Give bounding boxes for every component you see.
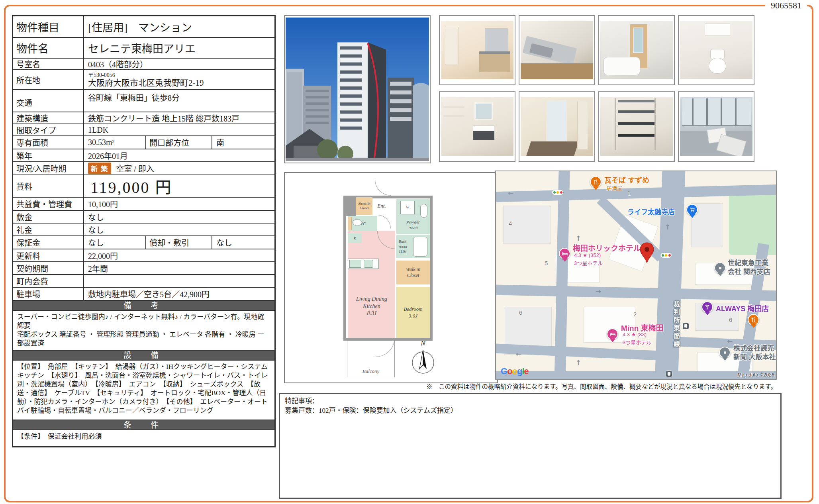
conditions-section-header: 条 件: [13, 420, 274, 429]
bathroom-label: Bath room 1116: [399, 239, 407, 254]
management-fee-value: 10,100円: [84, 198, 274, 210]
table-row: 建築構造鉄筋コンクリート造 地上15階 総戸数183戸: [13, 112, 274, 124]
google-letter: o: [507, 366, 512, 376]
bus-stop-icon: [682, 323, 689, 329]
walkin-closet-label: Walk in Closet: [406, 267, 420, 278]
row-label: 共益費・管理費: [13, 198, 84, 210]
table-row: 物件種目[住居用] マンション: [13, 16, 274, 37]
layout-type-value: 1LDK: [84, 124, 274, 135]
traffic-light-icon: [552, 190, 564, 195]
block-number: 6: [729, 316, 732, 323]
storage-shelves-image: [600, 97, 673, 156]
poi-rating: 4.3 ★ (83): [623, 331, 647, 337]
table-row: 所在地〒530-0056大阪府大阪市北区兎我野町2-19: [13, 69, 274, 89]
disclaimer-text: ※ この資料は物件の概略紹介資料になります。写真、間取図面、設備、概要などが現況…: [426, 382, 777, 390]
photo-building-exterior: [284, 15, 431, 163]
property-type-value: [住居用] マンション: [84, 16, 274, 37]
table-row: 物件名セレニテ東梅田アリエ: [13, 37, 274, 58]
poi-label: 新聞 大阪本社: [733, 351, 776, 361]
powder-sink-icon: [420, 204, 427, 218]
entrance-label: Ent.: [377, 203, 386, 209]
bathroom-image: [600, 21, 673, 79]
status-value: 新 築空室 / 即入: [84, 162, 274, 175]
room-number-value: 0403（4階部分）: [84, 59, 274, 69]
kitchen-stove-icon: [364, 260, 373, 268]
table-row: 専有面積30.53m²開口部方位南: [13, 135, 274, 149]
occupancy-text: 空室 / 即入: [116, 163, 154, 174]
poi-label: ライフ太融寺店: [627, 206, 675, 216]
room-entrance: Ent.: [372, 197, 391, 215]
equipment-section-header: 設 備: [13, 350, 274, 360]
map-arrow-icon: ↑: [665, 223, 670, 231]
row-label: 間取タイプ: [13, 124, 84, 135]
row-label: 礼金: [13, 224, 84, 235]
restaurant-pin-icon: [748, 314, 759, 326]
traffic-light-icon: [660, 253, 672, 258]
property-name-value: セレニテ東梅田アリエ: [84, 38, 274, 58]
special-notes-title: 特記事項：: [285, 396, 776, 406]
built-year-value: 2026年01月: [84, 149, 274, 161]
entrance-door-arc: [375, 180, 391, 196]
google-letter: g: [517, 366, 522, 376]
photo-entrance-hall: [519, 91, 595, 162]
bathtub-icon: [413, 237, 427, 257]
address-value: 〒530-0056大阪府大阪市北区兎我野町2-19: [84, 70, 274, 89]
powder-room-label: Powder room: [406, 220, 420, 230]
entrance-hall-image: [521, 97, 593, 156]
table-row: 敷金なし: [13, 210, 274, 223]
google-letter: G: [501, 366, 507, 376]
security-deposit-value: なし: [84, 236, 145, 249]
poi-label: 梅田ホリックホテル: [573, 242, 641, 253]
table-row: 保証金なし償却・敷引なし: [13, 235, 274, 249]
row-label: 号室名: [13, 59, 84, 69]
north-compass: N: [409, 339, 437, 379]
address-text: 大阪府大阪市北区兎我野町2-19: [88, 78, 204, 88]
photo-kitchen-sink: [519, 15, 595, 85]
hotel-pin-icon: [607, 328, 618, 340]
town-fee-value: [84, 275, 274, 287]
washer-label: W: [406, 206, 409, 210]
map-arrow-icon: ↑: [576, 234, 581, 242]
map-road: [495, 284, 777, 301]
building-exterior-image: [286, 18, 429, 161]
google-letter: e: [524, 366, 529, 376]
bar-pin-icon: [701, 301, 713, 313]
north-label: N: [409, 339, 437, 347]
property-flyer-page: 9065581 物件種目[住居用] マンション 物件名セレニテ東梅田アリエ 号室…: [0, 0, 819, 504]
row-label: 専有面積: [13, 136, 84, 149]
special-notes-line: 募集戸数：102戸・保険：保険要加入（システムズ指定）: [285, 406, 776, 416]
table-row: 礼金なし: [13, 223, 274, 235]
washer-box: W: [400, 201, 415, 214]
row-label: 償却・敷引: [145, 236, 212, 249]
table-row: 築年2026年01月: [13, 149, 274, 161]
ldk-label-area: Living Dining Kitchen 8.3J: [349, 292, 394, 320]
poi-note: 3つ星ホテル: [623, 338, 651, 346]
block-number: 1: [627, 190, 631, 196]
row-label: 賃料: [13, 175, 84, 197]
table-row: 町内会費: [13, 274, 274, 287]
conditions-text: 【条件】 保証会社利用必須: [13, 429, 274, 446]
toilet-icon: [353, 219, 362, 226]
row-label: 物件名: [13, 38, 84, 58]
row-label: 更新料: [13, 249, 84, 261]
special-notes-box: 特記事項： 募集戸数：102戸・保険：保険要加入（システムズ指定）: [279, 393, 782, 499]
area-value: 30.53m²: [84, 136, 145, 149]
company-pin-icon: [719, 347, 731, 358]
deposit-value: なし: [84, 211, 274, 223]
shoes-closet-label: Shoes in Closet: [358, 202, 370, 210]
room-walkin-closet: Walk in Closet: [396, 261, 430, 284]
map-arrow-icon: ←: [516, 350, 521, 358]
floorplan: Shoes in Closet Ent. WC R Powder room W …: [284, 172, 498, 383]
photo-powder-room: [439, 91, 515, 162]
wc-counter: [348, 217, 352, 230]
key-money-value: なし: [84, 224, 274, 235]
room-bedroom: Bedroom 3.0J: [396, 287, 430, 338]
photo-balcony: [678, 91, 754, 162]
photo-storage-shelves: [598, 91, 675, 162]
location-map: ← ↑ ↑ → ← ↑ ← 裁判所東筋線 1 4 5 2 6 6 瓦そば すずめ…: [495, 171, 777, 380]
table-row: 号室名0403（4階部分）: [13, 58, 274, 69]
google-logo: Google: [501, 366, 529, 377]
table-row: 駐車場敷地内駐車場／空き5台／42,900円: [13, 287, 274, 300]
remarks-section-header: 備 考: [13, 300, 274, 310]
map-road: [495, 343, 671, 361]
